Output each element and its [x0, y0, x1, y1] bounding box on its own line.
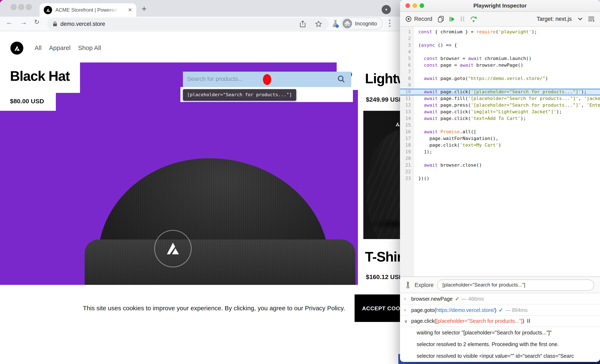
search-placeholder: Search for products... — [187, 75, 243, 82]
tab-title: ACME Storefront | Powered by — [56, 7, 119, 13]
tab-search-button[interactable]: ▼ — [382, 5, 391, 14]
window-zoom-button[interactable] — [420, 3, 424, 8]
code-line[interactable]: 4 — [400, 49, 600, 55]
nav-apparel[interactable]: Apparel — [49, 44, 70, 51]
inspector-toolbar: Record Target: next.js — [400, 12, 600, 27]
product-price: $80.00 USD — [10, 98, 44, 105]
record-label: Record — [414, 16, 432, 22]
code-line[interactable]: 19 ]); — [400, 149, 600, 155]
product-price: $249.99 USD — [366, 96, 403, 103]
browser-tab[interactable]: ACME Storefront | Powered by ✕ — [40, 3, 136, 17]
target-selector[interactable]: Target: next.js — [537, 16, 572, 22]
share-icon[interactable] — [300, 20, 306, 27]
record-button[interactable]: Record — [405, 16, 432, 22]
code-line[interactable]: 7 — [400, 69, 600, 75]
code-line[interactable]: 16 await Promise.all([ — [400, 129, 600, 135]
window-close-button[interactable] — [405, 3, 410, 8]
forward-button[interactable]: → — [20, 18, 27, 27]
explore-label[interactable]: Explore — [415, 282, 434, 288]
acme-watermark-icon — [154, 230, 192, 267]
log-row[interactable]: ›browser.newPage ✓ — 466ms — [400, 293, 600, 304]
copy-icon[interactable] — [438, 16, 443, 22]
address-bar[interactable]: demo.vercel.store — [47, 18, 329, 30]
log-message: selector resolved to 2 elements. Proceed… — [400, 339, 600, 350]
pause-icon[interactable] — [460, 16, 464, 22]
code-line[interactable]: 13 await page.click('img[alt="Lightweigh… — [400, 109, 600, 115]
log-message: selector resolved to visible <input valu… — [400, 350, 600, 362]
search-icon[interactable] — [337, 75, 346, 84]
locator-input[interactable]: [placeholder="Search for products..."] — [437, 279, 594, 291]
url-text: demo.vercel.store — [60, 21, 105, 27]
explore-flask-icon[interactable] — [406, 282, 411, 288]
code-line[interactable]: 1const { chromium } = require('playwrigh… — [400, 29, 600, 35]
log-row[interactable]: ›page.goto(https://demo.vercel.store/) ✓… — [400, 304, 600, 316]
acme-logo[interactable] — [10, 42, 23, 55]
incognito-badge: Incognito — [341, 18, 383, 30]
cookie-banner-text: This site uses cookies to improve your e… — [83, 304, 345, 311]
code-line[interactable]: 3(async () => { — [400, 42, 600, 49]
step-over-icon[interactable] — [470, 16, 477, 22]
code-line[interactable]: 8 await page.goto("https://demo.vercel.s… — [400, 75, 600, 82]
shop-nav: All Apparel Shop All — [35, 44, 101, 51]
log-row[interactable]: ∨page.click([placeholder="Search for pro… — [400, 316, 600, 327]
code-line[interactable]: 21 await browser.close() — [400, 162, 600, 169]
product-price: $160.12 USD — [366, 273, 403, 280]
code-line[interactable]: 15 — [400, 122, 600, 129]
product-name: Black Hat — [10, 68, 70, 84]
click-target-dot — [263, 74, 271, 85]
code-panel[interactable]: 1const { chromium } = require('playwrigh… — [400, 27, 600, 277]
extension-flask-icon[interactable] — [331, 19, 340, 28]
inspector-titlebar: Playwright Inspector — [400, 0, 600, 12]
bookmark-star-icon[interactable] — [315, 20, 322, 27]
selector-tooltip: [placeholder="Search for products..."] — [183, 89, 296, 101]
playwright-inspector-window: Playwright Inspector Record Target: next… — [400, 0, 600, 362]
nav-all[interactable]: All — [35, 44, 41, 51]
window-minimize-button[interactable] — [18, 4, 24, 10]
log-panel: Explore [placeholder="Search for product… — [400, 277, 600, 362]
incognito-label: Incognito — [355, 20, 377, 27]
code-line[interactable]: 10 await page.click('[placeholder="Searc… — [400, 89, 600, 95]
resume-icon[interactable] — [449, 16, 455, 22]
tab-close-icon[interactable]: ✕ — [128, 8, 132, 12]
screen: ACME Storefront | Powered by ✕ + ▼ ← → ↻… — [0, 0, 600, 364]
black-hat-brim — [84, 239, 356, 285]
reload-button[interactable]: ↻ — [34, 18, 39, 26]
lock-icon — [53, 21, 57, 27]
code-line[interactable]: 9 — [400, 82, 600, 89]
incognito-spy-icon — [343, 19, 352, 28]
explore-row: Explore [placeholder="Search for product… — [400, 277, 600, 293]
tab-favicon — [44, 6, 52, 14]
window-zoom-button[interactable] — [26, 4, 32, 10]
log-rows: ›browser.newPage ✓ — 466ms›page.goto(htt… — [400, 293, 600, 327]
code-line[interactable]: 2 — [400, 35, 600, 42]
acme-mini-logo — [395, 122, 400, 127]
code-line[interactable]: 6 const page = await browser.newPage() — [400, 62, 600, 69]
browser-menu-icon[interactable]: ••• — [389, 19, 391, 27]
new-tab-button[interactable]: + — [142, 4, 146, 14]
code-line[interactable]: 11 await page.fill('[placeholder="Search… — [400, 95, 600, 102]
nav-shop-all[interactable]: Shop All — [78, 44, 101, 51]
log-message: waiting for selector "[placeholder="Sear… — [400, 327, 600, 339]
code-line[interactable]: 14 await page.click('text=Add To Cart'); — [400, 115, 600, 122]
window-minimize-button[interactable] — [412, 3, 417, 8]
log-menu-icon[interactable] — [588, 16, 595, 22]
code-line[interactable]: 22 — [400, 169, 600, 175]
window-close-button[interactable] — [11, 4, 17, 10]
window-title: Playwright Inspector — [473, 2, 527, 9]
code-line[interactable]: 12 await page.press('[placeholder="Searc… — [400, 102, 600, 109]
code-lines: 1const { chromium } = require('playwrigh… — [400, 27, 600, 182]
product-title-card: Black Hat — [0, 63, 80, 93]
chevron-down-icon[interactable] — [578, 18, 582, 20]
search-input[interactable]: Search for products... — [183, 72, 351, 87]
product-price-card: $80.00 USD — [0, 93, 56, 111]
code-line[interactable]: 18 page.click('text=My Cart') — [400, 142, 600, 149]
back-button[interactable]: ← — [6, 18, 13, 27]
code-line[interactable]: 23})() — [400, 175, 600, 182]
code-line[interactable]: 5 const browser = await chromium.launch(… — [400, 55, 600, 62]
record-icon — [405, 16, 412, 22]
code-line[interactable]: 20 — [400, 155, 600, 162]
code-line[interactable]: 17 page.waitForNavigation(), — [400, 135, 600, 142]
